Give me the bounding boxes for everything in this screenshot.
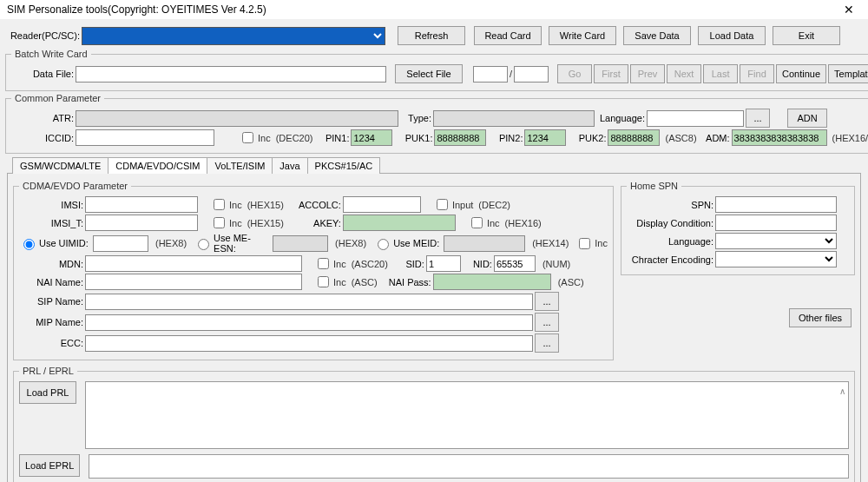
refresh-button[interactable]: Refresh (398, 26, 465, 45)
select-file-button[interactable]: Select File (395, 64, 463, 83)
meesn-input[interactable] (273, 235, 328, 252)
tab-gsm[interactable]: GSM/WCDMA/LTE (12, 157, 108, 174)
write-card-button[interactable]: Write Card (549, 26, 616, 45)
nai-inc-checkbox[interactable] (318, 276, 329, 287)
spn-lang-label: Language: (627, 236, 713, 247)
nai-label: NAI Name: (19, 277, 83, 287)
ecc-input[interactable] (85, 335, 533, 352)
read-card-button[interactable]: Read Card (474, 26, 542, 45)
nid-input[interactable] (494, 255, 536, 272)
language-label: Language: (596, 113, 645, 123)
next-button[interactable]: Next (667, 64, 701, 83)
save-data-button[interactable]: Save Data (623, 26, 691, 45)
uimid-input[interactable] (93, 235, 148, 252)
imsi-input[interactable] (85, 196, 198, 213)
atr-input[interactable] (76, 110, 398, 127)
adm-input[interactable] (732, 129, 827, 146)
atr-label: ATR: (11, 113, 74, 123)
accolc-dec2: (DEC2) (478, 200, 510, 210)
type-input[interactable] (433, 110, 595, 127)
nai-input[interactable] (85, 274, 302, 290)
reader-select[interactable] (82, 27, 385, 45)
batch-to-input[interactable] (514, 66, 549, 83)
akey-input[interactable] (343, 215, 456, 231)
scroll-up-icon: ∧ (839, 386, 845, 396)
language-more-button[interactable]: ... (746, 109, 770, 128)
spn-enc-select[interactable] (715, 251, 837, 267)
pin2-label: PIN2: (488, 133, 523, 143)
prl-group: PRL / EPRL Load PRL ∧ Load EPRL (13, 366, 855, 482)
tab-cdma[interactable]: CDMA/EVDO/CSIM (108, 157, 207, 174)
sid-input[interactable] (426, 255, 461, 272)
meesn-radio[interactable] (198, 239, 209, 250)
mip-more-button[interactable]: ... (535, 313, 559, 332)
akey-label: AKEY: (286, 218, 341, 228)
mdn-input[interactable] (85, 255, 302, 272)
akey-hex16: (HEX16) (505, 218, 542, 228)
exit-button[interactable]: Exit (773, 26, 840, 45)
imsi-inc-checkbox[interactable] (214, 199, 225, 210)
spn-disp-input[interactable] (715, 215, 837, 231)
prl-textarea[interactable] (85, 381, 849, 449)
close-icon[interactable]: ✕ (837, 3, 861, 17)
akey-inc-checkbox[interactable] (471, 217, 483, 228)
spn-legend: Home SPN (627, 181, 681, 191)
batch-from-input[interactable] (473, 66, 508, 83)
continue-button[interactable]: Continue (776, 64, 826, 83)
template-button[interactable]: Template (828, 64, 868, 83)
tab-volte[interactable]: VoLTE/ISIM (207, 157, 273, 174)
eprl-textarea[interactable] (89, 454, 849, 479)
imsit-inc-checkbox[interactable] (214, 217, 225, 228)
spn-disp-label: Display Condition: (627, 218, 713, 228)
meid-inc-checkbox[interactable] (579, 238, 590, 249)
mdn-inc-checkbox[interactable] (318, 258, 329, 269)
uimid-label: Use UIMID: (39, 238, 91, 248)
last-button[interactable]: Last (703, 64, 738, 83)
naipass-input[interactable] (433, 274, 551, 290)
meid-radio[interactable] (378, 239, 389, 250)
cdma-tab-panel: CDMA/EVDO Parameter IMSI: Inc (HEX15) AC… (7, 173, 861, 482)
load-prl-button[interactable]: Load PRL (19, 381, 76, 404)
ecc-more-button[interactable]: ... (535, 333, 559, 353)
spn-input[interactable] (715, 196, 837, 213)
adm-label: ADM: (699, 133, 730, 143)
prev-button[interactable]: Prev (630, 64, 665, 83)
puk2-label: PUK2: (568, 133, 606, 143)
puk2-input[interactable] (608, 129, 660, 146)
find-button[interactable]: Find (740, 64, 774, 83)
meid-input[interactable] (444, 235, 525, 252)
puk1-input[interactable] (434, 129, 486, 146)
first-button[interactable]: First (594, 64, 628, 83)
adn-button[interactable]: ADN (787, 109, 827, 128)
spn-label: SPN: (627, 200, 713, 210)
other-files-button[interactable]: Other files (789, 308, 852, 327)
go-button[interactable]: Go (557, 64, 592, 83)
sip-input[interactable] (85, 294, 533, 310)
datafile-input[interactable] (76, 66, 386, 83)
uimid-hex8: (HEX8) (155, 238, 187, 248)
iccid-inc-label: Inc (258, 133, 271, 143)
sid-label: SID: (390, 259, 424, 269)
iccid-dec20: (DEC20) (276, 133, 313, 143)
uimid-radio[interactable] (23, 239, 35, 250)
language-input[interactable] (647, 110, 744, 127)
pin1-input[interactable] (351, 129, 392, 146)
mip-input[interactable] (85, 314, 533, 331)
naipass-label: NAI Pass: (379, 277, 431, 287)
tab-pkcs[interactable]: PKCS#15/AC (307, 157, 381, 174)
tab-java[interactable]: Java (272, 157, 307, 174)
reader-label: Reader(PC/SC): (7, 30, 80, 41)
spn-lang-select[interactable] (715, 233, 837, 249)
imsit-input[interactable] (85, 215, 198, 231)
load-eprl-button[interactable]: Load EPRL (19, 454, 80, 477)
accolc-input-checkbox[interactable] (437, 199, 448, 210)
sip-more-button[interactable]: ... (535, 292, 559, 311)
load-data-button[interactable]: Load Data (698, 26, 766, 45)
pin2-input[interactable] (524, 129, 566, 146)
iccid-inc-checkbox[interactable] (242, 132, 253, 143)
accolc-input[interactable] (343, 196, 421, 213)
datafile-label: Data File: (11, 69, 74, 79)
naipass-asc: (ASC) (558, 277, 584, 287)
iccid-input[interactable] (76, 129, 214, 146)
pin1-label: PIN1: (314, 133, 349, 143)
